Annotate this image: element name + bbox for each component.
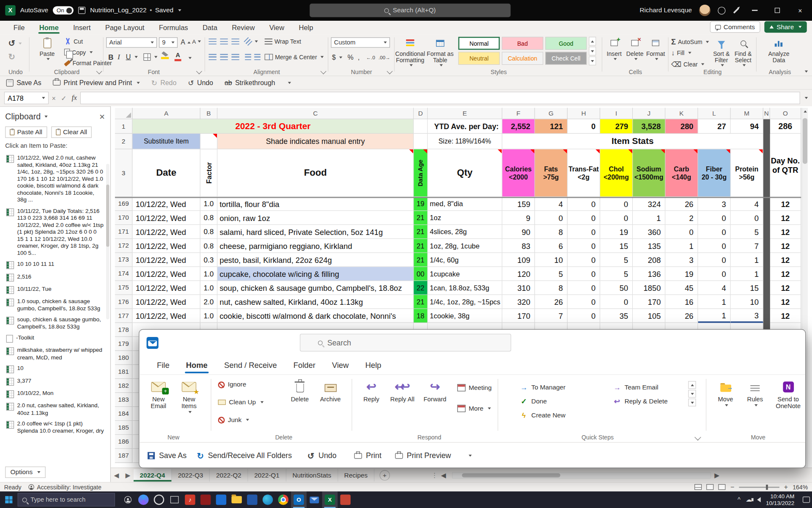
date-header[interactable]: Date (132, 149, 200, 197)
stat-value-cell[interactable]: 1 (698, 295, 731, 309)
date-cell[interactable]: 10/12/22, Wed (132, 267, 200, 281)
stat-value-cell[interactable]: 208 (633, 253, 665, 267)
row-header-169[interactable]: 169 (115, 197, 133, 211)
action-center-icon[interactable] (803, 497, 810, 503)
sheet-tab-recipes[interactable]: Recipes (338, 469, 374, 481)
format-as-table-button[interactable]: Format as Table (426, 36, 454, 66)
clipboard-item[interactable]: 1.0 soup, chicken & sausage gumbo, Campb… (5, 296, 105, 314)
qty-cell[interactable]: 1cookie, 38g (428, 309, 502, 323)
date-cell[interactable]: 10/12/22, Wed (132, 253, 200, 267)
rules-button[interactable]: Rules (742, 379, 768, 406)
quarter-title-cell[interactable]: 2022 - 3rd Quarter (132, 119, 414, 134)
hscroll-right-arrow[interactable]: ▶ (711, 471, 723, 479)
factor-header[interactable]: Factor (200, 149, 217, 197)
day-total-cell[interactable]: 286 (770, 119, 801, 134)
sheet-tab-nutritionstats[interactable]: NutritionStats (286, 469, 338, 481)
stat-value-cell[interactable]: 360 (633, 225, 665, 239)
row-header-170[interactable]: 170 (115, 211, 133, 225)
sort-filter-button[interactable]: Sort & Filter (710, 36, 732, 66)
clipboard-item[interactable]: 10/11/22, Tue (5, 284, 105, 296)
day-no-cell[interactable]: 12 (770, 267, 801, 281)
close-button[interactable]: × (792, 0, 808, 21)
day-no-cell[interactable]: 12 (770, 281, 801, 295)
food-cell[interactable]: cheese, parmigiano reggiano, Kirkland (217, 239, 414, 253)
tab-splitter[interactable]: ⋮ (431, 471, 438, 479)
ignore-button[interactable]: Ignore (218, 381, 247, 388)
ytd-label-cell[interactable]: YTD Ave. per Day: (428, 119, 502, 134)
factor-cell[interactable]: 0.8 (200, 211, 217, 225)
stat-value-cell[interactable]: 310 (502, 281, 535, 295)
clipboard-item[interactable]: 2.0 coffee w/< 1tsp (1 pkt) Splenda 10.0… (5, 418, 105, 436)
options-button[interactable]: Options (5, 467, 46, 478)
stat-value-cell[interactable]: 0 (698, 267, 731, 281)
outlook-qat-overflow[interactable] (469, 455, 472, 457)
sheet-tab-right-arrow[interactable]: ▶ (122, 471, 134, 479)
comma-style-button[interactable]: , (358, 53, 359, 61)
stat-header-chol[interactable]: Chol<200mg (600, 149, 633, 197)
outlook-send-receive-all-folders-button[interactable]: ↻Send/Receive All Folders (197, 451, 292, 461)
clipboard-item[interactable]: 10/10/22, Mon (5, 388, 105, 400)
zoom-slider[interactable] (739, 486, 779, 487)
store-app-icon[interactable] (213, 491, 229, 508)
row-header-187[interactable]: 187 (115, 449, 133, 463)
clipboard-item[interactable]: 3,377 (5, 375, 105, 388)
page-break-view-button[interactable] (719, 484, 726, 490)
pane-menu-chevron[interactable] (45, 116, 48, 118)
delete-cells-button[interactable]: Delete (625, 36, 645, 60)
taskbar-search-input[interactable]: Type here to search (18, 493, 115, 506)
row-header-172[interactable]: 172 (115, 239, 133, 253)
date-cell[interactable]: 10/12/22, Wed (132, 309, 200, 323)
stat-value-cell[interactable]: 0 (698, 225, 731, 239)
qty-cell[interactable]: 1oz (428, 211, 502, 225)
percent-style-button[interactable]: % (348, 53, 354, 61)
ytd-value-cell[interactable]: 2,552 (502, 119, 535, 134)
food-cell[interactable]: onion, raw 1oz (217, 211, 414, 225)
style-gallery-scroll[interactable] (589, 37, 596, 65)
file-explorer-icon[interactable] (229, 491, 244, 508)
decrease-indent-button[interactable] (245, 54, 251, 60)
qty-cell[interactable]: 1can, 18.8oz, 533g (428, 281, 502, 295)
quick-step-team-email[interactable]: →Team Email (613, 380, 700, 394)
cell-style-bad[interactable]: Bad (502, 37, 543, 50)
orientation-button[interactable] (245, 39, 258, 45)
align-bottom-button[interactable] (231, 39, 239, 45)
copy-button[interactable]: Copy (64, 49, 93, 55)
stat-value-cell[interactable]: 26 (535, 295, 568, 309)
row-header-171[interactable]: 171 (115, 225, 133, 239)
row-header-3[interactable]: 3 (115, 149, 133, 197)
stat-header-sodium[interactable]: Sodium<1500mg (633, 149, 665, 197)
stat-value-cell[interactable]: 4 (698, 281, 731, 295)
sheet-tab-2022-q3[interactable]: 2022-Q3 (172, 469, 210, 481)
food-cell[interactable]: salami, hard sliced, Private Selection, … (217, 225, 414, 239)
presence-globe-icon[interactable] (718, 6, 725, 14)
print-preview-print-button[interactable]: Print Preview and Print (53, 79, 140, 86)
minimize-button[interactable] (747, 0, 763, 21)
food-cell[interactable]: tortilla, flour 8"dia (217, 197, 414, 211)
outlook-menu-file[interactable]: File (148, 357, 178, 373)
stat-value-cell[interactable]: 5 (600, 253, 633, 267)
stat-value-cell[interactable]: 136 (633, 267, 665, 281)
stat-value-cell[interactable]: 9 (502, 211, 535, 225)
ytd-value-cell[interactable]: 121 (535, 119, 568, 134)
outlook-app-icon[interactable] (147, 337, 159, 349)
sheet-tab-left-arrow[interactable]: ◀ (111, 471, 122, 479)
zoom-slider-thumb[interactable] (766, 484, 768, 489)
avatar[interactable] (699, 5, 710, 16)
data-age-cell[interactable]: 22 (414, 281, 428, 295)
stat-header-trans-fat[interactable]: Trans-Fat<2g (568, 149, 600, 197)
clipboard-item[interactable]: 10/11/22, Tue Daily Totals: 2,516 113 0 … (5, 206, 105, 259)
stat-value-cell[interactable]: 159 (502, 197, 535, 211)
row-header-184[interactable]: 184 (115, 407, 133, 421)
date-cell[interactable]: 10/12/22, Wed (132, 239, 200, 253)
stat-value-cell[interactable]: 35 (600, 309, 633, 323)
merge-center-button[interactable]: Merge & Center (265, 54, 324, 60)
stat-value-cell[interactable]: 19 (600, 225, 633, 239)
start-button[interactable] (0, 491, 18, 508)
app-icon-orange[interactable] (337, 491, 353, 508)
app-icon-red[interactable] (198, 491, 214, 508)
stat-value-cell[interactable]: 0 (568, 225, 600, 239)
grid-cell[interactable] (414, 119, 428, 134)
accounting-format-button[interactable]: $ (332, 53, 343, 61)
stat-value-cell[interactable]: 0 (731, 211, 763, 225)
substitute-item-cell[interactable]: Substitute Item (132, 134, 200, 149)
